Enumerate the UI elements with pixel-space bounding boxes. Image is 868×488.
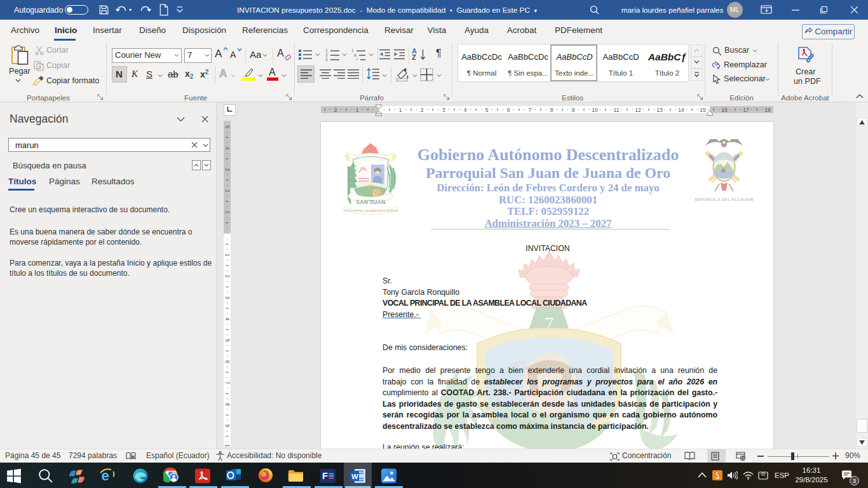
svg-text:1: 1 xyxy=(399,107,402,113)
svg-text:3: 3 xyxy=(224,168,231,171)
svg-text:8: 8 xyxy=(550,107,553,113)
svg-text:1: 1 xyxy=(224,211,231,214)
svg-text:8: 8 xyxy=(224,403,231,406)
svg-text:6: 6 xyxy=(507,107,510,113)
svg-text:3: 3 xyxy=(442,107,445,113)
svg-text:7: 7 xyxy=(224,381,231,384)
svg-text:i: i xyxy=(356,57,357,61)
svg-text:5: 5 xyxy=(224,125,231,128)
svg-text:2: 2 xyxy=(224,274,231,278)
svg-text:1: 1 xyxy=(356,107,359,113)
svg-text:2: 2 xyxy=(325,53,328,57)
svg-text:11: 11 xyxy=(614,107,620,113)
svg-text:F: F xyxy=(322,471,328,481)
svg-text:3: 3 xyxy=(224,296,231,299)
svg-text:2: 2 xyxy=(224,189,231,193)
svg-text:9: 9 xyxy=(572,107,575,113)
svg-text:12: 12 xyxy=(635,107,641,113)
svg-text:5: 5 xyxy=(485,107,489,113)
svg-text:1: 1 xyxy=(351,48,354,53)
svg-text:2: 2 xyxy=(421,107,424,113)
svg-text:3: 3 xyxy=(325,57,328,61)
svg-text:1: 1 xyxy=(224,254,231,257)
svg-text:16: 16 xyxy=(721,107,728,113)
svg-text:18: 18 xyxy=(764,107,771,113)
svg-text:6: 6 xyxy=(224,360,231,363)
svg-text:10: 10 xyxy=(224,444,231,447)
svg-text:4: 4 xyxy=(224,147,231,150)
svg-text:4: 4 xyxy=(464,107,467,113)
svg-text:14: 14 xyxy=(678,107,684,113)
svg-text:1: 1 xyxy=(325,48,328,53)
svg-text:2: 2 xyxy=(334,107,337,113)
svg-text:4: 4 xyxy=(224,318,231,321)
svg-text:W: W xyxy=(351,473,358,480)
svg-text:13: 13 xyxy=(656,107,663,113)
svg-text:a: a xyxy=(354,53,356,57)
svg-text:9: 9 xyxy=(224,424,231,428)
svg-text:15: 15 xyxy=(700,107,706,113)
svg-text:5: 5 xyxy=(224,339,231,342)
svg-text:7: 7 xyxy=(529,107,532,113)
svg-text:17: 17 xyxy=(743,107,749,113)
svg-text:10: 10 xyxy=(592,107,598,113)
